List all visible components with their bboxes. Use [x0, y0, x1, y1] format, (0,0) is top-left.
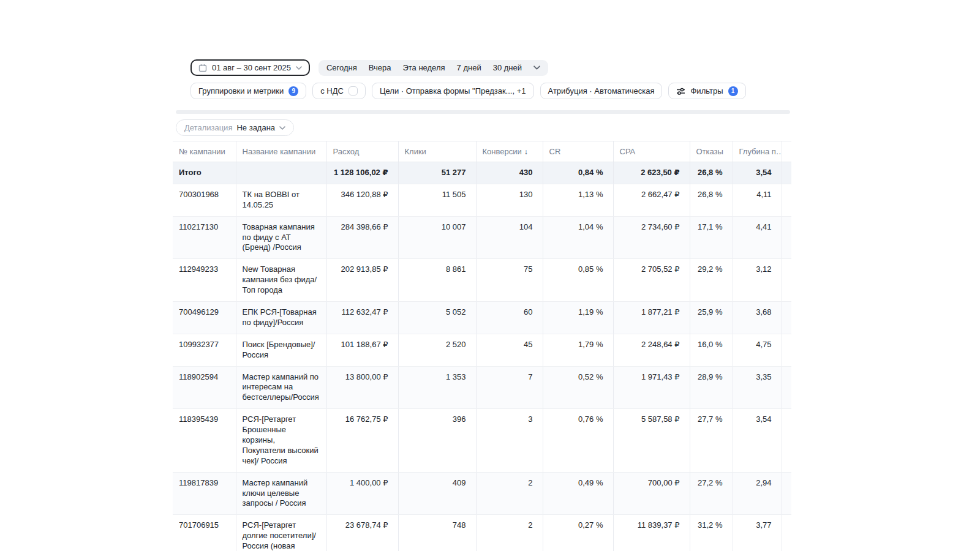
table-row[interactable]: 118902594Мастер кампаний по интересам на… — [173, 366, 791, 409]
cut-column-cell — [782, 184, 791, 216]
column-header-cpa[interactable]: CPA — [613, 141, 690, 162]
cell-cpa: 2 623,50 ₽ — [613, 162, 690, 184]
column-header-name[interactable]: Название кампании — [236, 141, 326, 162]
statistics-table: № кампанииНазвание кампанииРасходКликиКо… — [173, 141, 791, 551]
cell-id: 701706915 — [173, 515, 236, 551]
cell-id: 110217130 — [173, 216, 236, 259]
cell-id: Итого — [173, 162, 236, 184]
chevron-down-icon — [296, 66, 302, 70]
column-label: CR — [549, 147, 561, 156]
cell-cr: 0,52 % — [543, 366, 613, 409]
cell-cr: 0,27 % — [543, 515, 613, 551]
cell-conversions: 3 — [476, 409, 543, 472]
cell-cr: 1,79 % — [543, 334, 613, 366]
cell-name: ТК на BOBBI от 14.05.25 — [236, 184, 326, 216]
cut-column-cell — [782, 515, 791, 551]
cell-cost: 23 678,74 ₽ — [326, 515, 398, 551]
horizontal-scrollbar[interactable] — [176, 110, 790, 114]
cut-column-cell — [782, 472, 791, 515]
cell-cost: 1 128 106,02 ₽ — [326, 162, 398, 184]
totals-row[interactable]: Итого1 128 106,02 ₽51 2774300,84 %2 623,… — [173, 162, 791, 184]
cell-cr: 1,13 % — [543, 184, 613, 216]
cell-clicks: 409 — [398, 472, 476, 515]
table-row[interactable]: 701706915РСЯ-[Ретаргет долгие посетители… — [173, 515, 791, 551]
goals-button[interactable]: Цели · Отправка формы "Предзак..., +1 — [372, 83, 534, 99]
cell-name: РСЯ-[Ретаргет долгие посетители]/Россия … — [236, 515, 326, 551]
table-row[interactable]: 700496129ЕПК РСЯ-[Товарная по фиду]/Росс… — [173, 302, 791, 334]
cut-column-cell — [782, 302, 791, 334]
quick-range-yesterday[interactable]: Вчера — [369, 63, 391, 72]
cell-cpa: 2 705,52 ₽ — [613, 259, 690, 302]
cell-conversions: 130 — [476, 184, 543, 216]
detail-selector[interactable]: Детализация Не задана — [176, 119, 294, 136]
cell-name: РСЯ-[Ретаргет Брошенные корзины, Покупат… — [236, 409, 326, 472]
column-label: Конверсии — [483, 147, 522, 156]
cell-clicks: 2 520 — [398, 334, 476, 366]
cell-bounce: 29,2 % — [690, 259, 733, 302]
groupings-count-badge: 9 — [288, 86, 298, 96]
column-label: Отказы — [696, 147, 723, 156]
cell-clicks: 748 — [398, 515, 476, 551]
quick-range-7-days[interactable]: 7 дней — [457, 63, 481, 72]
table-row[interactable]: 109932377Поиск [Брендовые]/ Россия101 18… — [173, 334, 791, 366]
cell-id: 118395439 — [173, 409, 236, 472]
cell-conversions: 60 — [476, 302, 543, 334]
cell-cr: 1,04 % — [543, 216, 613, 259]
column-header-cost[interactable]: Расход — [326, 141, 398, 162]
table-row[interactable]: 118395439РСЯ-[Ретаргет Брошенные корзины… — [173, 409, 791, 472]
cell-conversions: 75 — [476, 259, 543, 302]
cell-cpa: 2 662,47 ₽ — [613, 184, 690, 216]
cell-conversions: 7 — [476, 366, 543, 409]
cell-bounce: 27,2 % — [690, 472, 733, 515]
column-header-depth[interactable]: Глубина п… — [733, 141, 782, 162]
cell-cr: 0,49 % — [543, 472, 613, 515]
chevron-down-icon[interactable] — [533, 66, 540, 70]
groupings-metrics-button[interactable]: Группировки и метрики 9 — [190, 83, 306, 99]
cell-clicks: 11 505 — [398, 184, 476, 216]
cell-clicks: 5 052 — [398, 302, 476, 334]
column-header-bounce[interactable]: Отказы — [690, 141, 733, 162]
quick-range-30-days[interactable]: 30 дней — [493, 63, 522, 72]
cell-depth: 3,77 — [733, 515, 782, 551]
attribution-button[interactable]: Атрибуция · Автоматическая — [540, 83, 663, 99]
quick-range-today[interactable]: Сегодня — [326, 63, 357, 72]
table-row[interactable]: 112949233New Товарная кампания без фида/… — [173, 259, 791, 302]
cell-conversions: 2 — [476, 515, 543, 551]
cell-name: ЕПК РСЯ-[Товарная по фиду]/Россия — [236, 302, 326, 334]
cut-column-cell — [782, 366, 791, 409]
date-toolbar: 01 авг – 30 сент 2025 Сегодня Вчера Эта … — [190, 59, 548, 76]
quick-range-this-week[interactable]: Эта неделя — [402, 63, 445, 72]
cell-name: Поиск [Брендовые]/ Россия — [236, 334, 326, 366]
cell-depth: 3,54 — [733, 162, 782, 184]
cell-id: 700496129 — [173, 302, 236, 334]
cut-column-cell — [782, 259, 791, 302]
cell-name — [236, 162, 326, 184]
column-header-clicks[interactable]: Клики — [398, 141, 476, 162]
sliders-icon — [676, 87, 685, 96]
cell-bounce: 26,8 % — [690, 162, 733, 184]
cell-bounce: 17,1 % — [690, 216, 733, 259]
table-row[interactable]: 110217130Товарная кампания по фиду с АТ … — [173, 216, 791, 259]
cell-cpa: 700,00 ₽ — [613, 472, 690, 515]
cell-id: 700301968 — [173, 184, 236, 216]
column-header-conversions[interactable]: Конверсии↓ — [476, 141, 543, 162]
table-row[interactable]: 119817839Мастер кампаний ключи целевые з… — [173, 472, 791, 515]
column-header-cr[interactable]: CR — [543, 141, 613, 162]
vat-checkbox[interactable] — [349, 86, 358, 96]
vat-toggle-button[interactable]: с НДС — [312, 83, 366, 99]
cell-cost: 346 120,88 ₽ — [326, 184, 398, 216]
cell-cpa: 1 971,43 ₽ — [613, 366, 690, 409]
cell-cr: 0,84 % — [543, 162, 613, 184]
goals-label: Цели · Отправка формы "Предзак..., +1 — [380, 86, 526, 96]
table-row[interactable]: 700301968ТК на BOBBI от 14.05.25346 120,… — [173, 184, 791, 216]
cell-depth: 3,12 — [733, 259, 782, 302]
cell-cpa: 5 587,58 ₽ — [613, 409, 690, 472]
filters-button[interactable]: Фильтры 1 — [668, 83, 745, 99]
column-label: № кампании — [179, 147, 225, 156]
cell-cpa: 2 734,60 ₽ — [613, 216, 690, 259]
column-header-id[interactable]: № кампании — [173, 141, 236, 162]
detail-selector-label: Детализация — [184, 123, 232, 132]
cell-depth: 3,68 — [733, 302, 782, 334]
detail-selector-value: Не задана — [236, 123, 275, 132]
date-range-picker[interactable]: 01 авг – 30 сент 2025 — [190, 59, 310, 76]
